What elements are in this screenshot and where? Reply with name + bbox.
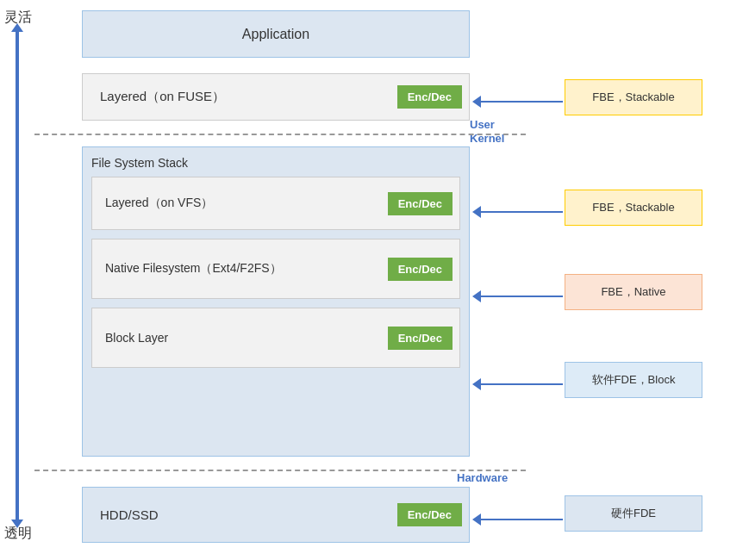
fuse-arrow-head <box>472 96 481 108</box>
block-arrow-head <box>472 378 481 390</box>
native-enc-dec-button[interactable]: Enc/Dec <box>388 258 453 281</box>
hardware-divider <box>34 470 526 471</box>
hardware-fde-label: 硬件FDE <box>565 495 702 532</box>
block-box: Block Layer Enc/Dec <box>91 308 460 368</box>
block-enc-dec-button[interactable]: Enc/Dec <box>388 327 453 350</box>
hdd-arrow-line <box>481 519 563 520</box>
native-arrow-head <box>472 290 481 302</box>
native-box: Native Filesystem（Ext4/F2FS） Enc/Dec <box>91 239 460 299</box>
native-label: Native Filesystem（Ext4/F2FS） <box>105 261 388 277</box>
fuse-label: Layered（on FUSE） <box>100 89 397 105</box>
fbe-stackable-1-label: FBE，Stackable <box>565 79 702 115</box>
block-arrow <box>472 378 563 390</box>
vfs-box: Layered（on VFS） Enc/Dec <box>91 177 460 230</box>
fuse-box: Layered（on FUSE） Enc/Dec <box>82 73 470 121</box>
vfs-arrow-head <box>472 206 481 218</box>
content-area: Application Layered（on FUSE） Enc/Dec Use… <box>34 0 749 560</box>
vfs-enc-dec-button[interactable]: Enc/Dec <box>388 192 453 215</box>
hdd-arrow <box>472 513 563 526</box>
hdd-box: HDD/SSD Enc/Dec <box>82 487 470 543</box>
hardware-label: Hardware <box>457 471 508 484</box>
main-container: 灵活 透明 Application Layered（on FUSE） Enc/D… <box>0 0 749 560</box>
native-arrow <box>472 290 563 302</box>
axis-bottom-label: 透明 <box>4 525 32 543</box>
fuse-enc-dec-button[interactable]: Enc/Dec <box>397 85 462 109</box>
fs-stack-label: File System Stack <box>91 156 460 170</box>
vfs-arrow <box>472 206 563 218</box>
application-label: Application <box>242 27 309 42</box>
application-box: Application <box>82 10 470 58</box>
fbe-stackable-2-label: FBE，Stackable <box>565 190 702 226</box>
axis-arrow <box>16 30 19 521</box>
vfs-arrow-line <box>481 211 563 213</box>
fs-stack-box: File System Stack Layered（on VFS） Enc/De… <box>82 146 470 457</box>
fuse-arrow <box>472 96 563 108</box>
fuse-arrow-line <box>481 101 563 103</box>
block-arrow-line <box>481 383 563 385</box>
block-label: Block Layer <box>105 331 388 345</box>
user-label: User <box>470 118 495 131</box>
axis-left: 灵活 透明 <box>0 0 34 560</box>
vfs-label: Layered（on VFS） <box>105 196 388 211</box>
native-arrow-line <box>481 296 563 297</box>
user-kernel-divider <box>34 134 526 135</box>
hdd-enc-dec-button[interactable]: Enc/Dec <box>397 503 462 526</box>
software-fde-label: 软件FDE，Block <box>565 362 702 398</box>
hdd-label: HDD/SSD <box>100 507 397 522</box>
hdd-arrow-head <box>472 513 481 526</box>
fbe-native-label: FBE，Native <box>565 274 702 310</box>
